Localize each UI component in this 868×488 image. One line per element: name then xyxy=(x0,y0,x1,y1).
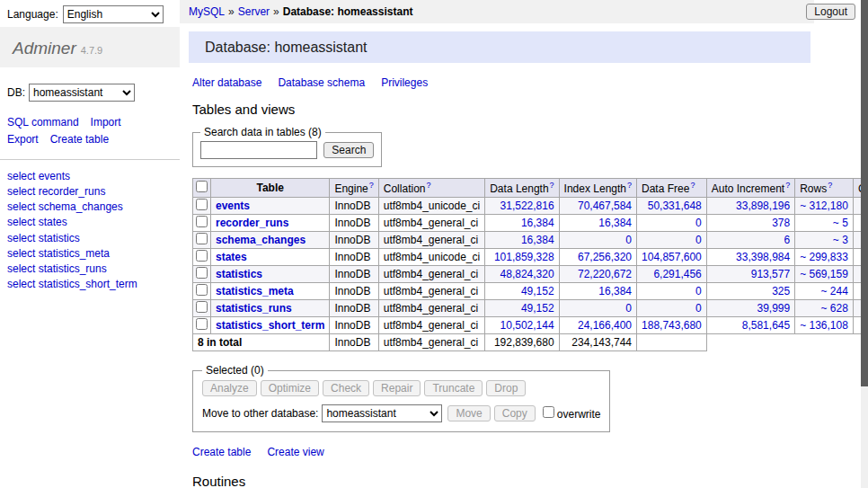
rows-link-schema-changes[interactable]: ~ 3 xyxy=(833,234,848,246)
bulk-button-optimize[interactable]: Optimize xyxy=(261,380,319,396)
column-header-engine: Engine? xyxy=(330,179,378,198)
bulk-button-analyze[interactable]: Analyze xyxy=(202,380,257,396)
table-name-cell: statistics_meta xyxy=(211,283,330,300)
data-free-cell: 104,857,600 xyxy=(637,249,707,266)
rows-link-statistics[interactable]: ~ 569,159 xyxy=(800,268,848,280)
create-links: Create tableCreate view xyxy=(192,446,810,458)
help-link[interactable]: ? xyxy=(426,181,430,190)
rows-link-statistics-meta[interactable]: ~ 244 xyxy=(821,285,848,297)
row-checkbox-recorder-runs[interactable] xyxy=(196,216,208,227)
table-name-cell: schema_changes xyxy=(211,232,330,249)
logout-button[interactable]: Logout xyxy=(806,4,855,20)
sidebar-table-link-select-statistics-short-term[interactable]: select statistics_short_term xyxy=(7,277,180,292)
bulk-button-repair[interactable]: Repair xyxy=(373,380,421,396)
db-action-alter-database[interactable]: Alter database xyxy=(192,76,261,89)
help-link[interactable]: ? xyxy=(627,181,632,190)
bulk-button-drop[interactable]: Drop xyxy=(486,380,526,396)
total-collation-cell: utf8mb4_general_ci xyxy=(378,334,484,351)
sidebar-links-row2: ExportCreate table xyxy=(7,131,180,148)
bulk-button-truncate[interactable]: Truncate xyxy=(424,380,483,396)
breadcrumb-link-server[interactable]: Server xyxy=(238,5,270,18)
table-link-statistics-runs[interactable]: statistics_runs xyxy=(216,302,292,315)
adminer-logo[interactable]: Adminer xyxy=(13,39,76,58)
rows-cell: ~ 3 xyxy=(795,232,854,249)
db-label: DB: xyxy=(7,86,25,99)
sidebar-table-link-select-states[interactable]: select states xyxy=(7,215,180,230)
data-length-cell: 101,859,328 xyxy=(485,249,559,266)
data-free-cell: 50,331,648 xyxy=(637,198,707,215)
row-select-cell xyxy=(193,215,211,232)
help-link[interactable]: ? xyxy=(828,181,832,190)
collation-cell: utf8mb4_general_ci xyxy=(378,215,484,232)
table-link-schema-changes[interactable]: schema_changes xyxy=(216,234,306,246)
sidebar-link-import[interactable]: Import xyxy=(91,116,121,129)
scrollbar-thumb[interactable] xyxy=(861,0,868,386)
rows-link-recorder-runs[interactable]: ~ 5 xyxy=(833,217,848,229)
row-checkbox-schema-changes[interactable] xyxy=(196,233,208,244)
sidebar-table-link-select-statistics[interactable]: select statistics xyxy=(7,231,180,246)
row-select-cell xyxy=(193,198,211,215)
vertical-scrollbar[interactable] xyxy=(861,0,868,488)
help-link[interactable]: ? xyxy=(690,181,695,190)
rows-link-statistics-short-term[interactable]: ~ 136,108 xyxy=(800,319,848,332)
table-link-events[interactable]: events xyxy=(216,200,250,212)
help-link[interactable]: ? xyxy=(369,181,374,190)
row-checkbox-states[interactable] xyxy=(196,250,208,262)
select-all-checkbox[interactable] xyxy=(196,181,208,192)
row-select-cell xyxy=(193,283,211,300)
move-button[interactable]: Move xyxy=(447,405,490,421)
link-create-table[interactable]: Create table xyxy=(192,446,251,458)
index-length-cell: 70,467,584 xyxy=(559,198,636,215)
tables-heading: Tables and views xyxy=(192,102,810,117)
table-link-states[interactable]: states xyxy=(216,251,247,263)
move-label: Move to other database: xyxy=(202,407,318,420)
row-checkbox-statistics-short-term[interactable] xyxy=(196,318,208,330)
sidebar-links-row1: SQL commandImport xyxy=(7,114,180,131)
sidebar-table-link-select-events[interactable]: select events xyxy=(7,169,180,184)
search-input[interactable] xyxy=(200,141,317,159)
collation-cell: utf8mb4_general_ci xyxy=(378,266,484,283)
table-link-statistics-meta[interactable]: statistics_meta xyxy=(216,285,294,297)
rows-link-events[interactable]: ~ 312,180 xyxy=(800,200,848,212)
copy-button[interactable]: Copy xyxy=(494,405,536,421)
db-action-privileges[interactable]: Privileges xyxy=(381,76,428,89)
row-checkbox-statistics-runs[interactable] xyxy=(196,301,208,313)
sidebar-table-list: select eventsselect recorder_runsselect … xyxy=(7,169,180,291)
rows-link-states[interactable]: ~ 299,833 xyxy=(800,251,848,263)
language-select[interactable]: English xyxy=(63,5,164,23)
table-row-schema-changes: schema_changesInnoDButf8mb4_general_ci16… xyxy=(193,232,868,249)
sidebar-link-create-table[interactable]: Create table xyxy=(50,133,109,146)
search-button[interactable]: Search xyxy=(323,142,374,158)
row-checkbox-events[interactable] xyxy=(196,199,208,210)
move-db-select[interactable]: homeassistant xyxy=(322,404,442,422)
sidebar-link-sql-command[interactable]: SQL command xyxy=(7,116,79,129)
db-action-database-schema[interactable]: Database schema xyxy=(278,76,365,89)
data-free-cell: 0 xyxy=(637,232,707,249)
table-row-events: eventsInnoDButf8mb4_unicode_ci31,522,816… xyxy=(193,198,868,215)
db-select[interactable]: homeassistant xyxy=(29,84,135,102)
sidebar-table-link-select-statistics-meta[interactable]: select statistics_meta xyxy=(7,246,180,262)
breadcrumb-link-mysql[interactable]: MySQL xyxy=(189,5,225,18)
data-length-cell: 49,152 xyxy=(485,283,559,300)
row-checkbox-statistics-meta[interactable] xyxy=(196,284,208,296)
table-link-statistics[interactable]: statistics xyxy=(216,268,262,280)
db-action-links: Alter databaseDatabase schemaPrivileges xyxy=(192,76,810,89)
overwrite-checkbox[interactable] xyxy=(543,406,554,418)
column-header-collation: Collation? xyxy=(378,179,484,198)
sidebar-table-link-select-statistics-runs[interactable]: select statistics_runs xyxy=(7,262,180,277)
link-create-view[interactable]: Create view xyxy=(267,446,323,458)
rows-link-statistics-runs[interactable]: ~ 628 xyxy=(821,302,848,315)
help-link[interactable]: ? xyxy=(785,181,790,190)
table-link-recorder-runs[interactable]: recorder_runs xyxy=(216,217,288,229)
auto-increment-cell: 6 xyxy=(706,232,794,249)
row-checkbox-statistics[interactable] xyxy=(196,267,208,279)
bulk-button-check[interactable]: Check xyxy=(323,380,369,396)
collation-cell: utf8mb4_general_ci xyxy=(378,283,484,300)
help-link[interactable]: ? xyxy=(550,181,554,190)
collation-cell: utf8mb4_general_ci xyxy=(378,232,484,249)
auto-increment-cell: 325 xyxy=(706,283,794,300)
sidebar-table-link-select-schema-changes[interactable]: select schema_changes xyxy=(7,200,180,215)
sidebar-link-export[interactable]: Export xyxy=(7,133,39,146)
table-link-statistics-short-term[interactable]: statistics_short_term xyxy=(216,319,324,332)
sidebar-table-link-select-recorder-runs[interactable]: select recorder_runs xyxy=(7,184,180,200)
